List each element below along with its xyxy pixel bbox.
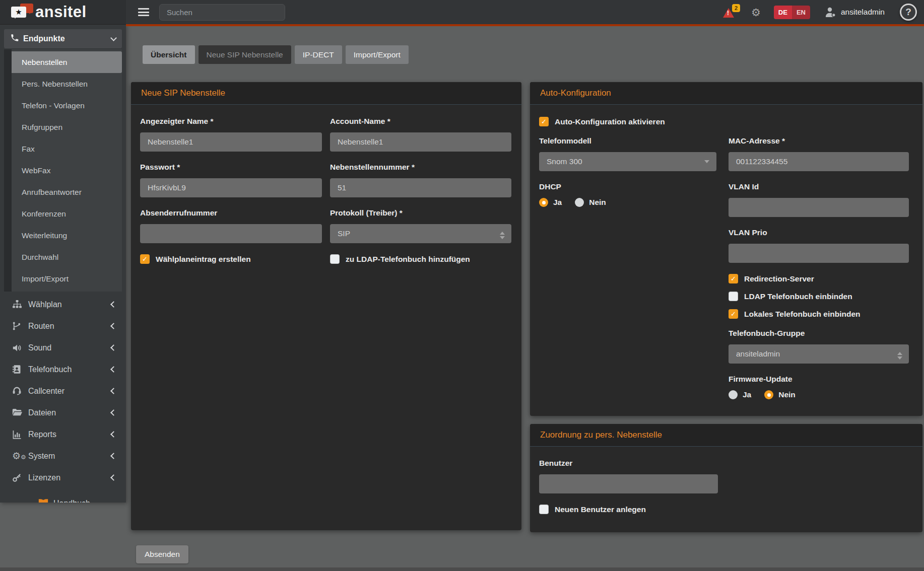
select-caret-icon	[500, 229, 505, 242]
panel-title: Auto-Konfiguration	[530, 82, 922, 105]
sidebar-item-handbuch[interactable]: Handbuch	[0, 492, 126, 503]
nebenstellennummer-input[interactable]	[330, 178, 511, 197]
radio-label: Nein	[589, 198, 606, 207]
phone-icon	[10, 33, 23, 44]
sidebar-item-rufgruppen[interactable]: Rufgruppen	[12, 116, 122, 138]
branch-icon	[12, 321, 28, 331]
radio-checked-icon	[539, 198, 548, 207]
sidebar-item-pers-nebenstellen[interactable]: Pers. Nebenstellen	[12, 73, 122, 95]
neuen-benutzer-anlegen-checkbox[interactable]: Neuen Benutzer anlegen	[539, 505, 912, 514]
headset-icon	[12, 386, 28, 396]
lang-de-button[interactable]: DE	[774, 6, 792, 19]
submit-button[interactable]: Absenden	[136, 545, 188, 563]
ldap-telefonbuch-checkbox[interactable]: zu LDAP-Telefonbuch hinzufügen	[330, 254, 511, 264]
checkbox-unchecked-icon	[729, 292, 738, 301]
firmware-nein-radio[interactable]: Nein	[764, 390, 796, 399]
user-menu[interactable]: ansiteladmin	[825, 7, 885, 18]
tab-import-export[interactable]: Import/Export	[346, 45, 409, 64]
waehlplaneintrag-checkbox[interactable]: ✓ Wählplaneintrag erstellen	[140, 254, 322, 264]
settings-gear-icon[interactable]: ⚙	[751, 7, 761, 18]
help-button[interactable]: ?	[900, 4, 917, 21]
sidebar-item-callcenter[interactable]: Callcenter	[0, 380, 126, 402]
chevron-down-icon	[110, 35, 117, 41]
sidebar-item-fax[interactable]: Fax	[12, 138, 122, 160]
alerts-button[interactable]: 2	[723, 5, 738, 19]
sidebar-item-label: Reports	[28, 430, 111, 439]
telefonbuch-gruppe-select[interactable]: ansiteladmin	[729, 344, 909, 364]
chevron-left-icon	[110, 344, 117, 351]
sidebar-item-endpunkte[interactable]: Endpunkte	[4, 29, 122, 48]
field-label-account-name: Account-Name *	[330, 117, 511, 126]
sidebar-item-waehlplan[interactable]: Wählplan	[0, 294, 126, 315]
passwort-input[interactable]	[140, 178, 322, 197]
sidebar-item-telefonbuch[interactable]: Telefonbuch	[0, 359, 126, 380]
menu-toggle-icon[interactable]	[138, 8, 149, 16]
dhcp-nein-radio[interactable]: Nein	[575, 198, 606, 207]
protokoll-select[interactable]: SIP	[330, 224, 511, 243]
tab-ip-dect[interactable]: IP-DECT	[295, 45, 342, 64]
absenderrufnummer-input[interactable]	[140, 224, 322, 243]
chevron-left-icon	[110, 388, 117, 394]
search-input[interactable]	[159, 4, 285, 21]
sidebar-item-label: Endpunkte	[23, 34, 111, 43]
brand-area[interactable]: ★ ansitel	[0, 0, 126, 24]
brand-logo-icon: ★	[11, 3, 34, 21]
sidebar-item-reports[interactable]: Reports	[0, 423, 126, 445]
vlan-prio-input[interactable]	[729, 244, 909, 263]
dhcp-ja-radio[interactable]: Ja	[539, 198, 562, 207]
star-glyph: ★	[15, 8, 22, 17]
tab-bar: Übersicht Neue SIP Nebenstelle IP-DECT I…	[143, 45, 409, 64]
vlan-id-input[interactable]	[729, 198, 909, 217]
select-caret-icon	[897, 349, 902, 362]
ldap-telefonbuch-einbinden-checkbox[interactable]: LDAP Telefonbuch einbinden	[729, 292, 909, 301]
select-caret-icon	[704, 160, 709, 166]
sidebar-item-import-export[interactable]: Import/Export	[12, 268, 122, 290]
sidebar-item-routen[interactable]: Routen	[0, 315, 126, 337]
sitemap-icon	[12, 300, 28, 309]
lokales-telefonbuch-einbinden-checkbox[interactable]: ✓ Lokales Telefonbuch einbinden	[729, 309, 909, 319]
sidebar-item-weiterleitung[interactable]: Weiterleitung	[12, 225, 122, 246]
sidebar-item-sound[interactable]: Sound	[0, 337, 126, 359]
checkbox-checked-icon: ✓	[539, 117, 549, 126]
field-label-absenderrufnummer: Absenderrufnummer	[140, 208, 322, 218]
panel-zuordnung: Zuordnung zu pers. Nebenstelle Benutzer …	[530, 424, 922, 532]
sidebar-item-webfax[interactable]: WebFax	[12, 160, 122, 181]
field-label-firmware-update: Firmware-Update	[729, 375, 909, 384]
auto-konfiguration-aktivieren-checkbox[interactable]: ✓ Auto-Konfiguration aktivieren	[539, 117, 912, 126]
speech-bubble-star-icon: ★	[11, 7, 26, 18]
sidebar-item-label: Dateien	[28, 408, 111, 417]
tab-uebersicht[interactable]: Übersicht	[143, 45, 195, 64]
telefonmodell-select[interactable]: Snom 300	[539, 152, 716, 171]
sidebar-item-durchwahl[interactable]: Durchwahl	[12, 246, 122, 268]
mac-adresse-input[interactable]	[729, 152, 909, 171]
checkbox-label: Neuen Benutzer anlegen	[555, 505, 646, 514]
brand-name: ansitel	[35, 3, 87, 21]
topbar-right: 2 ⚙ DE EN ansiteladmin ?	[126, 0, 924, 24]
accent-divider	[126, 24, 924, 26]
checkbox-unchecked-icon	[539, 505, 549, 514]
sidebar-item-nebenstellen[interactable]: Nebenstellen	[12, 51, 122, 73]
sidebar-item-lizenzen[interactable]: Lizenzen	[0, 467, 126, 488]
chevron-left-icon	[110, 453, 117, 459]
checkbox-label: zu LDAP-Telefonbuch hinzufügen	[346, 255, 470, 264]
tab-neue-sip-nebenstelle[interactable]: Neue SIP Nebenstelle	[199, 45, 291, 64]
sidebar-item-anrufbeantworter[interactable]: Anrufbeantworter	[12, 181, 122, 203]
topbar: ★ ansitel 2 ⚙ DE EN ansite	[0, 0, 924, 24]
benutzer-input[interactable]	[539, 474, 718, 493]
field-label-telefonbuch-gruppe: Telefonbuch-Gruppe	[729, 329, 909, 338]
lang-en-button[interactable]: EN	[792, 6, 810, 19]
sidebar-item-system[interactable]: ⚙⚙ System	[0, 445, 126, 467]
panel-auto-konfiguration: Auto-Konfiguration ✓ Auto-Konfiguration …	[530, 82, 922, 416]
checkbox-label: Wählplaneintrag erstellen	[156, 255, 251, 264]
angezeigter-name-input[interactable]	[140, 132, 322, 152]
account-name-input[interactable]	[330, 132, 511, 152]
sidebar-item-label: Handbuch	[53, 499, 90, 503]
sidebar-item-konferenzen[interactable]: Konferenzen	[12, 203, 122, 225]
field-label-protokoll: Protokoll (Treiber) *	[330, 208, 511, 218]
language-switch: DE EN	[774, 6, 810, 19]
sidebar-item-dateien[interactable]: Dateien	[0, 402, 126, 423]
redirection-server-checkbox[interactable]: ✓ Redirection-Server	[729, 274, 909, 283]
firmware-ja-radio[interactable]: Ja	[729, 390, 751, 399]
sidebar-item-telefon-vorlagen[interactable]: Telefon - Vorlagen	[12, 95, 122, 116]
bar-chart-icon	[12, 430, 28, 439]
